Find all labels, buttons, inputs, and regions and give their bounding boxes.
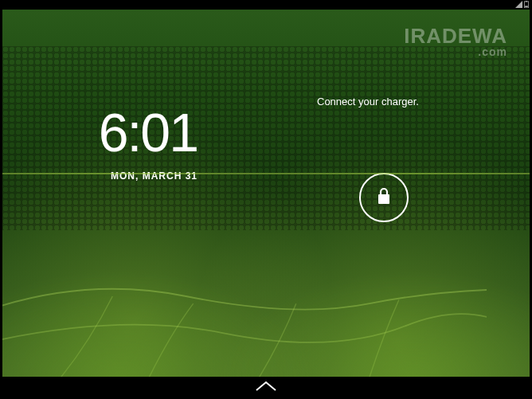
status-bar bbox=[0, 0, 532, 10]
signal-icon bbox=[515, 1, 522, 10]
battery-icon bbox=[524, 1, 529, 10]
unlock-ring[interactable] bbox=[359, 173, 409, 222]
svg-rect-3 bbox=[378, 194, 389, 204]
time-display: 6:01 bbox=[70, 105, 198, 159]
svg-rect-1 bbox=[526, 1, 527, 2]
svg-rect-2 bbox=[525, 6, 528, 7]
date-display: MON, MARCH 31 bbox=[70, 170, 198, 182]
leaf-texture bbox=[2, 230, 487, 377]
clock-widget: 6:01 MON, MARCH 31 bbox=[70, 105, 198, 182]
navigation-bar bbox=[0, 377, 532, 399]
watermark: IRADEWA .com bbox=[404, 24, 507, 58]
charger-notification: Connect your charger. bbox=[317, 96, 419, 108]
lock-icon bbox=[377, 187, 391, 208]
wallpaper: IRADEWA .com 6:01 MON, MARCH 31 Connect … bbox=[2, 10, 530, 377]
chevron-up-icon[interactable] bbox=[255, 381, 277, 395]
